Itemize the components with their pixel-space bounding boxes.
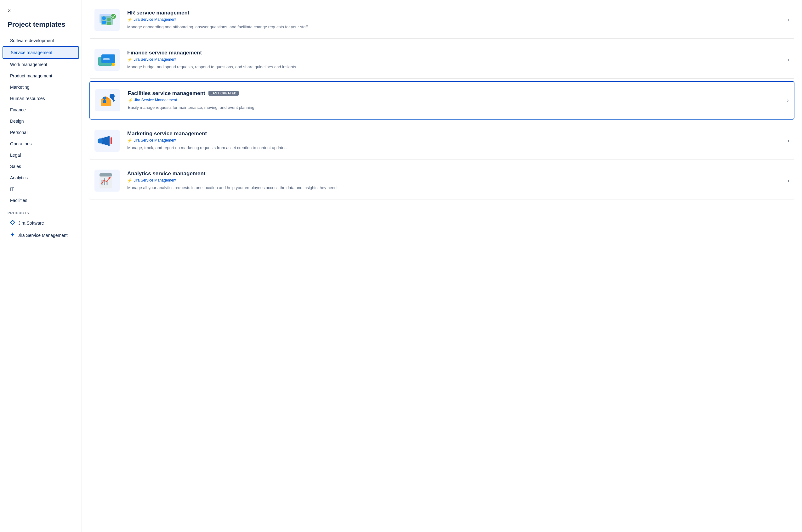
provider-label: Jira Service Management [133,138,176,142]
provider-label: Jira Service Management [133,178,176,183]
chevron-right-icon: › [787,57,789,63]
sidebar-nav: Software developmentService managementWo… [0,35,81,206]
template-icon-facilities-service-management [95,89,120,111]
svg-rect-16 [111,97,115,102]
svg-point-3 [102,16,106,20]
template-desc-hr-service-management: Manage onboarding and offboarding, answe… [127,24,783,30]
template-desc-finance-service-management: Manage budget and spend requests, respon… [127,64,783,70]
sidebar-item-software-development[interactable]: Software development [2,35,79,46]
close-button[interactable]: × [0,7,19,20]
template-card-finance-service-management[interactable]: + Finance service management⚡Jira Servic… [89,41,795,79]
sidebar-item-sales[interactable]: Sales [2,161,79,172]
sidebar-product-jira-software[interactable]: Jira Software [2,217,79,229]
template-title-analytics-service-management: Analytics service management [127,171,206,177]
sidebar-item-finance[interactable]: Finance [2,104,79,115]
svg-point-17 [103,97,106,100]
svg-rect-22 [111,137,112,144]
products-section-label: PRODUCTS [0,206,81,217]
template-icon-marketing-service-management [94,130,120,152]
chevron-right-icon: › [787,97,789,104]
last-created-badge: LAST CREATED [208,91,239,96]
chevron-right-icon: › [787,17,789,23]
sidebar-item-service-management[interactable]: Service management [2,46,79,59]
templates-list: HR service management⚡Jira Service Manag… [82,0,802,201]
provider-label: Jira Service Management [133,17,176,22]
svg-rect-6 [107,22,111,25]
bolt-icon: ⚡ [128,98,133,102]
template-provider-hr-service-management: ⚡Jira Service Management [127,17,783,22]
svg-rect-10 [103,58,110,60]
template-icon-hr-service-management [94,9,120,31]
sidebar-item-work-management[interactable]: Work management [2,59,79,70]
svg-rect-4 [102,21,106,24]
template-title-hr-service-management: HR service management [127,10,189,16]
sidebar-item-marketing[interactable]: Marketing [2,81,79,93]
chevron-right-icon: › [787,177,789,184]
sidebar-item-product-management[interactable]: Product management [2,70,79,81]
template-title-row-hr-service-management: HR service management [127,10,783,16]
svg-text:+: + [113,63,115,66]
sidebar-item-legal[interactable]: Legal [2,149,79,161]
sidebar-item-analytics[interactable]: Analytics [2,172,79,184]
sidebar-item-personal[interactable]: Personal [2,127,79,138]
template-card-facilities-service-management[interactable]: Facilities service managementLAST CREATE… [89,81,795,119]
template-title-facilities-service-management: Facilities service management [128,90,205,97]
template-desc-marketing-service-management: Manage, track, and report on marketing r… [127,145,783,151]
diamond-icon [10,220,15,226]
template-desc-facilities-service-management: Easily manage requests for maintenance, … [128,104,782,111]
sidebar-item-facilities[interactable]: Facilities [2,195,79,206]
sidebar-item-operations[interactable]: Operations [2,138,79,149]
template-desc-analytics-service-management: Manage all your analytics requests in on… [127,185,783,191]
template-info-analytics-service-management: Analytics service management⚡Jira Servic… [127,171,783,191]
template-title-marketing-service-management: Marketing service management [127,131,207,137]
template-info-finance-service-management: Finance service management⚡Jira Service … [127,50,783,70]
product-label: Jira Software [18,221,44,226]
svg-marker-0 [11,220,15,225]
product-label: Jira Service Management [18,233,68,238]
sidebar-item-design[interactable]: Design [2,115,79,127]
sidebar-item-it[interactable]: IT [2,184,79,195]
template-provider-finance-service-management: ⚡Jira Service Management [127,57,783,62]
sidebar-product-jira-service-management[interactable]: Jira Service Management [2,229,79,241]
template-icon-finance-service-management: + [94,49,120,71]
svg-point-21 [97,138,103,144]
template-title-row-marketing-service-management: Marketing service management [127,131,783,137]
svg-point-5 [107,18,111,21]
template-info-facilities-service-management: Facilities service managementLAST CREATE… [128,90,782,111]
sidebar-title: Project templates [0,20,81,35]
bolt-icon [10,232,15,238]
svg-rect-24 [99,173,112,176]
sidebar: × Project templates Software development… [0,0,82,532]
svg-rect-18 [103,100,106,103]
template-title-finance-service-management: Finance service management [127,50,202,56]
template-icon-analytics-service-management [94,170,120,192]
template-info-hr-service-management: HR service management⚡Jira Service Manag… [127,10,783,30]
template-provider-facilities-service-management: ⚡Jira Service Management [128,98,782,102]
template-info-marketing-service-management: Marketing service management⚡Jira Servic… [127,131,783,151]
template-title-row-facilities-service-management: Facilities service managementLAST CREATE… [128,90,782,97]
main-content: HR service management⚡Jira Service Manag… [82,0,802,532]
sidebar-products: Jira SoftwareJira Service Management [0,217,81,241]
bolt-icon: ⚡ [127,57,132,62]
template-provider-analytics-service-management: ⚡Jira Service Management [127,178,783,183]
provider-label: Jira Service Management [134,98,177,102]
template-card-hr-service-management[interactable]: HR service management⚡Jira Service Manag… [89,1,795,39]
sidebar-item-human-resources[interactable]: Human resources [2,93,79,104]
bolt-icon: ⚡ [127,178,132,183]
svg-point-28 [109,177,111,179]
bolt-icon: ⚡ [127,17,132,22]
svg-rect-13 [101,99,111,106]
bolt-icon: ⚡ [127,138,132,143]
chevron-right-icon: › [787,137,789,144]
template-title-row-finance-service-management: Finance service management [127,50,783,56]
provider-label: Jira Service Management [133,57,176,62]
template-card-analytics-service-management[interactable]: Analytics service management⚡Jira Servic… [89,162,795,200]
template-card-marketing-service-management[interactable]: Marketing service management⚡Jira Servic… [89,122,795,159]
template-title-row-analytics-service-management: Analytics service management [127,171,783,177]
template-provider-marketing-service-management: ⚡Jira Service Management [127,138,783,143]
